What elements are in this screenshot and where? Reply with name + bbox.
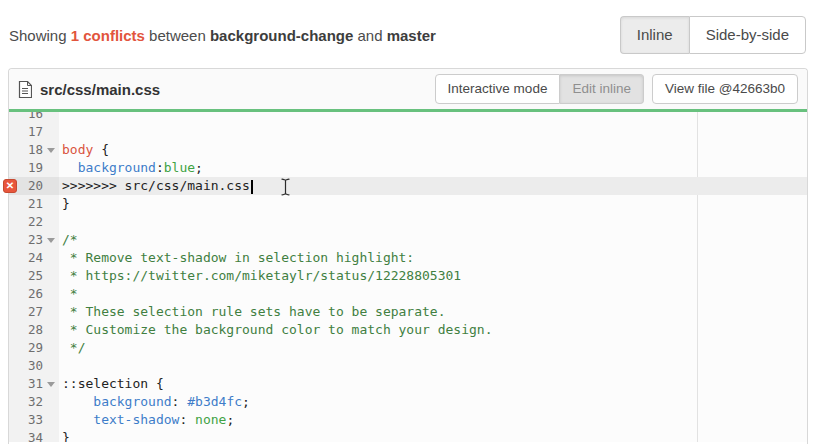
line-number: 16 — [9, 112, 43, 123]
code-text[interactable]: ::selection { — [59, 375, 807, 393]
code-text[interactable]: background:blue; — [59, 159, 807, 177]
line-number: 17 — [9, 123, 43, 141]
code-line[interactable]: 26 * — [9, 285, 807, 303]
text-cursor-icon — [280, 178, 291, 200]
line-number: 29 — [9, 339, 43, 357]
gutter-cell: 32 — [9, 393, 59, 411]
conflict-count: 1 conflicts — [71, 27, 145, 44]
code-line[interactable]: 31::selection { — [9, 375, 807, 393]
file-header-actions: Interactive mode Edit inline View file @… — [435, 74, 798, 104]
line-number: 28 — [9, 321, 43, 339]
line-number: 31 — [9, 375, 43, 393]
inline-view-button[interactable]: Inline — [620, 16, 689, 54]
conflict-x-icon: ✕ — [6, 181, 14, 191]
gutter-cell: 23 — [9, 231, 59, 249]
code-text[interactable] — [59, 213, 807, 231]
code-text[interactable]: * Remove text-shadow in selection highli… — [59, 249, 807, 267]
gutter-cell: 16 — [9, 112, 59, 123]
line-number: 21 — [9, 195, 43, 213]
document-icon — [18, 81, 32, 98]
code-text[interactable] — [59, 357, 807, 375]
gutter-cell: 26 — [9, 285, 59, 303]
file-title: src/css/main.css — [18, 81, 435, 98]
file-name: src/css/main.css — [40, 81, 160, 98]
gutter-cell: 31 — [9, 375, 59, 393]
code-line[interactable]: 29 */ — [9, 339, 807, 357]
line-number: 34 — [9, 429, 43, 442]
edit-inline-button[interactable]: Edit inline — [560, 74, 644, 104]
interactive-mode-button[interactable]: Interactive mode — [435, 74, 561, 104]
code-line[interactable]: 27 * These selection rule sets have to b… — [9, 303, 807, 321]
code-line[interactable]: 24 * Remove text-shadow in selection hig… — [9, 249, 807, 267]
line-number: 25 — [9, 267, 43, 285]
line-number: 19 — [9, 159, 43, 177]
code-text[interactable]: body { — [59, 141, 807, 159]
view-mode-toggle: Inline Side-by-side — [620, 16, 806, 54]
code-line[interactable]: 19 background:blue; — [9, 159, 807, 177]
code-line[interactable]: 33 text-shadow: none; — [9, 411, 807, 429]
code-line[interactable]: 32 background: #b3d4fc; — [9, 393, 807, 411]
code-text[interactable]: * Customize the background color to matc… — [59, 321, 807, 339]
line-number: 30 — [9, 357, 43, 375]
code-text[interactable] — [59, 112, 807, 123]
code-line[interactable]: 20>>>>>>> src/css/main.css — [9, 177, 807, 195]
code-editor: 161718body {19 background:blue;20>>>>>>>… — [9, 112, 807, 442]
code-text[interactable]: text-shadow: none; — [59, 411, 807, 429]
code-line[interactable]: 22 — [9, 213, 807, 231]
code-line[interactable]: 17 — [9, 123, 807, 141]
gutter-cell: 17 — [9, 123, 59, 141]
gutter-cell: 19 — [9, 159, 59, 177]
gutter-cell: 24 — [9, 249, 59, 267]
code-line[interactable]: 34} — [9, 429, 807, 442]
branch-name-target: master — [387, 27, 436, 44]
line-number: 26 — [9, 285, 43, 303]
code-text[interactable]: * — [59, 285, 807, 303]
code-line[interactable]: 21} — [9, 195, 807, 213]
fold-arrow-icon[interactable] — [47, 382, 55, 387]
code-text[interactable]: * These selection rule sets have to be s… — [59, 303, 807, 321]
conflict-summary-text: Showing 1 conflicts between background-c… — [9, 27, 436, 44]
code-text[interactable]: >>>>>>> src/css/main.css — [59, 177, 807, 195]
line-number: 22 — [9, 213, 43, 231]
text-caret — [251, 180, 253, 194]
code-line[interactable]: 18body { — [9, 141, 807, 159]
view-file-button[interactable]: View file @42663b0 — [652, 74, 798, 104]
fold-arrow-icon[interactable] — [47, 238, 55, 243]
code-text[interactable]: } — [59, 429, 807, 442]
code-line[interactable]: 28 * Customize the background color to m… — [9, 321, 807, 339]
file-header: src/css/main.css Interactive mode Edit i… — [9, 69, 807, 112]
line-number: 33 — [9, 411, 43, 429]
summary-between: between — [145, 27, 210, 44]
gutter-cell: 29 — [9, 339, 59, 357]
conflict-marker-icon: ✕ — [3, 179, 17, 193]
fold-arrow-icon[interactable] — [47, 148, 55, 153]
fold-slot — [43, 382, 59, 387]
line-number: 18 — [9, 141, 43, 159]
code-line[interactable]: 16 — [9, 112, 807, 123]
fold-slot — [43, 238, 59, 243]
line-number: 27 — [9, 303, 43, 321]
edit-mode-button-group: Interactive mode Edit inline — [435, 74, 644, 104]
conflict-summary-bar: Showing 1 conflicts between background-c… — [0, 0, 816, 68]
code-line[interactable]: 23/* — [9, 231, 807, 249]
file-panel: src/css/main.css Interactive mode Edit i… — [8, 68, 808, 444]
gutter-cell: 33 — [9, 411, 59, 429]
gutter-cell: 18 — [9, 141, 59, 159]
branch-name-source: background-change — [210, 27, 353, 44]
code-text[interactable] — [59, 123, 807, 141]
code-text[interactable]: } — [59, 195, 807, 213]
line-number: 32 — [9, 393, 43, 411]
code-text[interactable]: * https://twitter.com/miketaylr/status/1… — [59, 267, 807, 285]
code-text[interactable]: /* — [59, 231, 807, 249]
side-by-side-view-button[interactable]: Side-by-side — [689, 16, 806, 54]
code-text[interactable]: background: #b3d4fc; — [59, 393, 807, 411]
gutter-cell: 21 — [9, 195, 59, 213]
code-lines: 161718body {19 background:blue;20>>>>>>>… — [9, 112, 807, 442]
gutter-cell: 34 — [9, 429, 59, 442]
code-text[interactable]: */ — [59, 339, 807, 357]
summary-and: and — [353, 27, 386, 44]
line-number: 23 — [9, 231, 43, 249]
code-line[interactable]: 30 — [9, 357, 807, 375]
gutter-cell: 27 — [9, 303, 59, 321]
code-line[interactable]: 25 * https://twitter.com/miketaylr/statu… — [9, 267, 807, 285]
